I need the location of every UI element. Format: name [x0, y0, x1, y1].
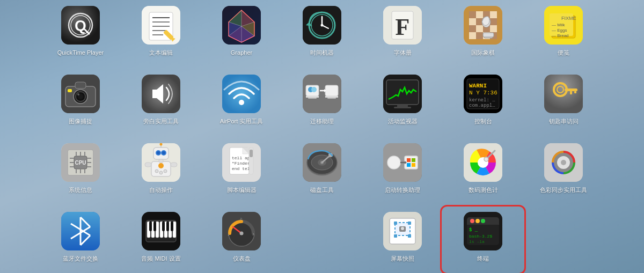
app-terminal[interactable]: $ _ bash-3.2$ ls -la 终端 [443, 208, 523, 272]
svg-rect-58 [75, 82, 86, 88]
app-imagecapture[interactable]: 图像捕捉 [40, 70, 121, 135]
svg-rect-89 [574, 91, 576, 93]
app-stickies[interactable]: FIXME — Milk — Eggs — Bread 便笺 [523, 2, 604, 66]
digitalcolor-label: 数码测色计 [469, 186, 498, 194]
svg-point-111 [162, 151, 165, 154]
svg-point-120 [164, 169, 167, 173]
console-label: 控制台 [474, 117, 492, 125]
sysinfo-label: 系统信息 [69, 186, 92, 194]
stickies-icon: FIXME — Milk — Eggs — Bread [544, 6, 583, 45]
app-console[interactable]: WARNI N Y 7:36 kernel: … com.appl… 控制台 [443, 70, 523, 135]
svg-rect-183 [166, 222, 169, 231]
bootcamp-icon [383, 143, 422, 182]
app-activitymonitor[interactable]: 活动监视器 [362, 70, 443, 135]
app-textedit[interactable]: 文本编辑 [121, 2, 201, 66]
svg-text:Q: Q [75, 17, 86, 34]
automator-label: 自动操作 [149, 186, 173, 194]
app-fontbook[interactable]: F 字体册 [362, 2, 443, 66]
activitymonitor-label: 活动监视器 [388, 117, 418, 125]
app-audiomidi[interactable]: 音频 MIDI 设置 [121, 208, 201, 272]
svg-rect-144 [407, 163, 411, 167]
svg-point-62 [239, 100, 244, 105]
timemachine-icon [303, 6, 341, 45]
app-colorsync[interactable]: 色彩同步实用工具 [523, 139, 604, 203]
diskutility-label: 磁盘工具 [310, 186, 334, 194]
migration-icon [303, 75, 341, 113]
app-quicktime[interactable]: Q QuickTime Player [40, 2, 121, 66]
svg-rect-33 [469, 11, 476, 18]
screenshot-icon [383, 212, 422, 250]
svg-rect-37 [469, 25, 476, 32]
svg-rect-195 [394, 222, 397, 225]
svg-rect-121 [159, 159, 163, 163]
svg-text:com.appl…: com.appl… [469, 103, 495, 108]
svg-text:♪: ♪ [252, 232, 254, 237]
bluetooth-label: 蓝牙文件交换 [63, 255, 98, 262]
app-voiceover[interactable]: 旁白实用工具 [121, 70, 201, 135]
quicktime-icon: Q [61, 6, 100, 45]
svg-rect-59 [68, 89, 72, 92]
svg-rect-142 [407, 158, 411, 162]
scripteditor-label: 脚本编辑器 [227, 186, 257, 194]
svg-rect-130 [250, 150, 253, 157]
svg-rect-76 [397, 105, 408, 107]
svg-text:— Eggs: — Eggs [552, 28, 567, 33]
diskutility-icon [303, 143, 341, 182]
imagecapture-icon [61, 75, 100, 113]
app-bootcamp[interactable]: 启动转换助理 [362, 139, 443, 203]
app-bluetooth[interactable]: 蓝牙文件交换 [40, 208, 121, 272]
automator-icon [142, 143, 180, 182]
svg-text:ls -la: ls -la [469, 239, 485, 244]
svg-point-110 [157, 151, 160, 154]
svg-rect-69 [327, 98, 336, 99]
app-timemachine[interactable]: 时间机器 [282, 2, 362, 66]
app-digitalcolor[interactable]: 数码测色计 [443, 139, 523, 203]
keychain-icon [544, 75, 583, 113]
svg-rect-197 [394, 234, 397, 238]
svg-rect-181 [153, 222, 156, 231]
digitalcolor-icon [464, 143, 502, 182]
svg-text:$ _: $ _ [469, 227, 478, 233]
svg-rect-184 [171, 222, 173, 231]
app-scripteditor[interactable]: tell app "Finder" end tell 脚本编辑器 [201, 139, 282, 203]
audiomidi-icon [142, 212, 180, 250]
app-diskutility[interactable]: 磁盘工具 [282, 139, 362, 203]
migration-label: 迁移助理 [310, 117, 334, 125]
svg-rect-68 [325, 96, 338, 98]
sysinfo-icon: CPU [61, 143, 100, 182]
app-automator[interactable]: 自动操作 [121, 139, 201, 203]
voiceover-icon [142, 75, 180, 113]
app-grapher[interactable]: Grapher [201, 2, 282, 66]
app-airport[interactable]: AirPort 实用工具 [201, 70, 282, 135]
app-screenshot[interactable]: 屏幕快照 [362, 208, 443, 272]
imagecapture-label: 图像捕捉 [69, 117, 92, 125]
app-migration[interactable]: 迁移助理 [282, 70, 362, 135]
svg-text:CPU: CPU [75, 160, 86, 166]
app-keychain[interactable]: 钥匙串访问 [523, 70, 604, 135]
terminal-icon: $ _ bash-3.2$ ls -la [464, 212, 502, 250]
svg-rect-67 [325, 85, 338, 96]
svg-rect-182 [162, 222, 165, 231]
svg-rect-36 [490, 18, 497, 25]
svg-rect-66 [308, 98, 317, 99]
app-dashboard[interactable]: ♩ ♪ ♫ 仪表盘 [201, 208, 282, 272]
scripteditor-icon: tell app "Finder" end tell [222, 143, 261, 182]
svg-rect-196 [408, 222, 411, 225]
activitymonitor-icon [383, 75, 422, 113]
svg-rect-143 [412, 158, 415, 162]
console-icon: WARNI N Y 7:36 kernel: … com.appl… [464, 75, 502, 113]
svg-point-140 [387, 156, 400, 169]
audiomidi-label: 音频 MIDI 设置 [141, 255, 180, 262]
svg-point-73 [311, 87, 317, 92]
svg-text:FIXME: FIXME [561, 16, 576, 21]
colorsync-label: 色彩同步实用工具 [540, 186, 587, 194]
svg-point-26 [321, 24, 324, 26]
svg-point-188 [240, 231, 244, 235]
terminal-label: 终端 [477, 255, 489, 262]
svg-rect-180 [149, 222, 152, 231]
voiceover-label: 旁白实用工具 [143, 117, 179, 125]
svg-rect-198 [408, 234, 411, 238]
app-sysinfo[interactable]: CPU 系统信息 [40, 139, 121, 203]
app-chess[interactable]: 国际象棋 [443, 2, 523, 66]
svg-rect-87 [565, 88, 577, 91]
